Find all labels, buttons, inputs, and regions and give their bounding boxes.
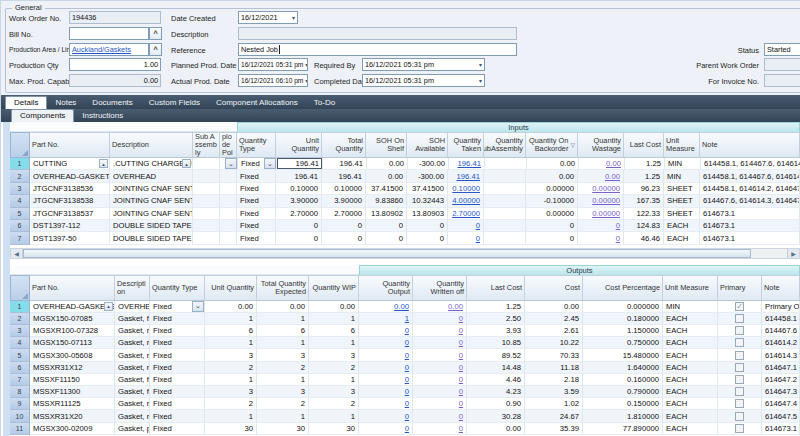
column-header-quantity-on-backorder[interactable]: Quantity On Backorder▽ [526, 132, 578, 158]
cell-sub-assembly[interactable] [193, 232, 220, 244]
quantity-output-link[interactable]: 0 [405, 424, 409, 433]
cell-quantity-output[interactable]: 0 [359, 386, 413, 398]
bill-no-lookup-button[interactable]: ^ [149, 27, 162, 40]
cell-description[interactable]: Gasket, r [115, 325, 150, 337]
cell-unit-measure[interactable]: MIN [664, 170, 700, 182]
cell-total-quantity-expected[interactable]: 30 [257, 423, 309, 435]
row-number[interactable]: 7 [10, 232, 30, 244]
column-header-quantity-wastage[interactable]: Quantity Wastage [578, 132, 624, 158]
cell-last-cost[interactable]: 89.52 [467, 349, 525, 361]
row-number[interactable]: 5 [10, 208, 30, 220]
quantity-output-link[interactable]: 0 [405, 326, 409, 335]
cell-last-cost[interactable]: 0.90 [467, 398, 525, 410]
column-header-description[interactable]: Description [115, 275, 150, 301]
cell-note[interactable]: 614467.6, 614614.3, 614647.1, 6 [700, 195, 800, 207]
cell-quantity-written-off[interactable]: 0 [413, 313, 467, 325]
cell-sub-assembly[interactable] [193, 158, 220, 170]
cell-cost[interactable]: 11.18 [525, 362, 583, 374]
cell-unit-measure[interactable]: EACH [663, 386, 718, 398]
cell-part-no[interactable]: OVERHEAD-GASKETS [30, 170, 110, 182]
cell-primary[interactable] [718, 398, 762, 410]
cell-soh-on-shelf[interactable]: 0.00 [367, 158, 408, 170]
cell-unit-quantity[interactable]: 30 [205, 423, 257, 435]
cell-part-no[interactable]: CUTTING▴ [30, 158, 110, 170]
cell-total-quantity[interactable]: 2.70000 [322, 208, 366, 220]
dropdown-arrow-icon[interactable]: ▾ [303, 61, 308, 68]
cell-note[interactable]: 614647.3 [762, 386, 800, 398]
quantity-written-off-link[interactable]: 0 [459, 326, 463, 335]
cell-explode-policy[interactable] [220, 220, 237, 232]
cell-lookup-button[interactable]: ▴ [99, 159, 108, 168]
cell-quantity-output[interactable]: 0 [359, 398, 413, 410]
cell-part-no[interactable]: MGSX150-07113 [30, 337, 115, 349]
column-header-last-cost[interactable]: Last Cost [467, 275, 525, 301]
column-header-unit-measure[interactable]: Unit Measure [664, 132, 700, 158]
column-header-last-cost[interactable]: Last Cost [624, 132, 664, 158]
column-header-quantity-output[interactable]: Quantity Output [359, 275, 413, 301]
cell-primary[interactable] [718, 423, 762, 435]
cell-cost[interactable]: 24.67 [525, 410, 583, 422]
cell-quantity-written-off[interactable]: 0 [413, 325, 467, 337]
row-number[interactable]: 2 [10, 170, 30, 182]
cell-part-no[interactable]: MSSXR11125 [30, 398, 115, 410]
cell-primary[interactable] [718, 362, 762, 374]
cell-quantity-wastage[interactable]: 0.00 [578, 170, 624, 182]
cell-description[interactable]: DOUBLE SIDED TAPE ! [110, 232, 193, 244]
cell-dropdown-button[interactable]: ⌄ [192, 301, 204, 312]
cell-total-quantity[interactable]: 196.41 [323, 158, 367, 170]
cell-quantity-subassembly[interactable] [484, 232, 526, 244]
cell-last-cost[interactable]: 1.25 [625, 158, 665, 170]
cell-total-quantity-expected[interactable]: 3 [257, 349, 309, 361]
cell-quantity-type[interactable]: Fixed [150, 423, 205, 435]
cell-unit-quantity[interactable]: 3 [205, 386, 257, 398]
cell-unit-measure[interactable]: EACH [663, 349, 718, 361]
cell-part-no[interactable]: MGSX150-07085 [30, 313, 115, 325]
cell-note[interactable]: 614647.1 [762, 362, 800, 374]
quantity-wastage-link[interactable]: 0.00 [605, 172, 620, 181]
scrollbar-thumb[interactable] [23, 249, 751, 258]
row-number[interactable]: 8 [10, 386, 30, 398]
cell-last-cost[interactable]: 167.35 [624, 195, 664, 207]
cell-cost-percentage[interactable]: 0.790000 [583, 386, 663, 398]
cell-note[interactable]: 614458.1, 614614.2, 614647.2, 6 [700, 183, 800, 195]
cell-explode-policy[interactable] [220, 195, 237, 207]
cell-cost[interactable]: 1.02 [525, 398, 583, 410]
cell-quantity-written-off[interactable]: 0 [413, 362, 467, 374]
quantity-written-off-link[interactable]: 0 [459, 412, 463, 421]
cell-note[interactable]: 614467.6 [762, 325, 800, 337]
column-header-quantity-written-off[interactable]: Quantity Written off [413, 275, 467, 301]
cell-last-cost[interactable]: 4.23 [467, 386, 525, 398]
cell-quantity-written-off[interactable]: 0 [413, 386, 467, 398]
cell-quantity-output[interactable]: 0 [359, 325, 413, 337]
quantity-wastage-link[interactable]: 0 [616, 234, 620, 243]
cell-primary[interactable] [718, 349, 762, 361]
cell-unit-quantity[interactable]: 6 [205, 325, 257, 337]
cell-cost[interactable]: 2.18 [525, 374, 583, 386]
cell-note[interactable]: 614647.5 [762, 410, 800, 422]
cell-quantity-taken[interactable]: 196.41 [448, 170, 484, 182]
cell-quantity-wip[interactable]: 3 [309, 349, 359, 361]
cell-last-cost[interactable]: 10.85 [467, 337, 525, 349]
cell-quantity-taken[interactable]: 0 [448, 232, 484, 244]
tab-details[interactable]: Details [5, 96, 47, 109]
cell-quantity-type[interactable]: Fixed [150, 374, 205, 386]
cell-total-quantity-expected[interactable]: 1 [257, 374, 309, 386]
cell-description[interactable]: JOINTING CNAF SENTI [110, 183, 193, 195]
planned-prod-date-field[interactable]: 16/12/2021 05:31 pm▾ [238, 58, 308, 71]
column-header-part-no[interactable]: Part No. [30, 275, 115, 301]
cell-unit-quantity[interactable]: 196.41 [277, 158, 323, 170]
reference-field[interactable]: Nested Job [238, 43, 517, 56]
for-invoice-no-field[interactable] [764, 74, 800, 87]
cell-soh-available[interactable]: 13.80903 [407, 208, 448, 220]
cell-quantity-on-backorder[interactable]: 0.00 [526, 170, 578, 182]
column-header-unit-quantity[interactable]: Unit Quantity [205, 275, 257, 301]
cell-quantity-taken[interactable]: 0.10000 [448, 183, 484, 195]
cell-total-quantity[interactable]: 0.10000 [322, 183, 366, 195]
cell-quantity-output[interactable]: 1 [359, 313, 413, 325]
cell-note[interactable]: 614458.1, 614467.6, 614614.2, 6 [701, 158, 800, 170]
row-number[interactable]: 1 [10, 301, 30, 313]
cell-cost-percentage[interactable]: 0.000000 [583, 301, 663, 313]
cell-note[interactable]: 614458.1, 614467.6, 614614.2, 6 [700, 170, 800, 182]
cell-cost[interactable]: 3.59 [525, 386, 583, 398]
quantity-wastage-link[interactable]: 0.00000 [592, 196, 620, 205]
